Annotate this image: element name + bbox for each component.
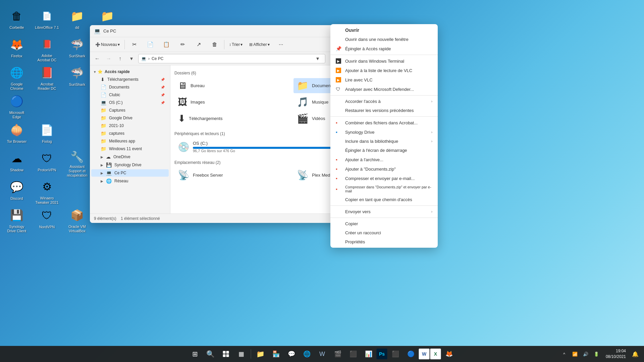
ctx-send-to[interactable]: Envoyer vers › xyxy=(330,207,438,216)
taskbar-store[interactable]: 🏪 xyxy=(269,347,283,361)
nav-item-captures[interactable]: 📁 Captures xyxy=(91,107,169,114)
desktop-icon-fixlog[interactable]: 📄 Fixlog xyxy=(34,121,60,149)
desktop-icon-firefox[interactable]: 🦊 Firefox xyxy=(3,35,30,64)
new-button[interactable]: ➕ Nouveau ▾ xyxy=(93,41,122,48)
tray-wifi[interactable]: 📶 xyxy=(570,349,580,359)
desktop-icon-libreoffice[interactable]: 📄 LibreOffice 7.1 xyxy=(34,7,60,35)
taskbar-charts[interactable]: 📊 xyxy=(361,347,376,361)
tray-battery[interactable]: 🔋 xyxy=(592,349,601,359)
recent-button[interactable]: ▾ xyxy=(127,54,136,63)
path-dropdown-button[interactable]: ▾ xyxy=(313,54,322,63)
nav-item-captures2[interactable]: 📁 captures xyxy=(91,130,169,137)
desktop-icon-discord[interactable]: 💬 Discord xyxy=(3,178,30,206)
ctx-copy[interactable]: Copier xyxy=(330,219,438,228)
taskbar-filmora[interactable]: 🎬 xyxy=(330,347,345,361)
nav-item-windows11[interactable]: 📁 Windows 11 event xyxy=(91,145,169,153)
nav-item-2021[interactable]: 📁 2021-10 xyxy=(91,122,169,129)
folder-telecharements[interactable]: ⬇ Téléchargements xyxy=(174,111,292,126)
nav-item-cepc[interactable]: ▶ 💻 Ce PC xyxy=(91,169,169,177)
nav-item-telecharements[interactable]: ⬇ Téléchargements 📌 xyxy=(91,76,169,83)
folder-bureau[interactable]: 🖥 Bureau xyxy=(174,78,292,93)
forward-button[interactable]: → xyxy=(104,54,113,63)
desktop-icon-dd[interactable]: 📁 dd xyxy=(64,7,91,35)
taskbar-excel[interactable]: X xyxy=(430,349,441,359)
delete-button[interactable]: 🗑 xyxy=(207,40,222,49)
search-button[interactable]: 🔍 xyxy=(203,347,218,361)
nav-item-documents[interactable]: 📄 Documents 📌 xyxy=(91,83,169,91)
desktop-icon-surishark2[interactable]: 🦈 SuriShark xyxy=(64,64,91,92)
taskbar-app2[interactable]: ⬛ xyxy=(388,347,403,361)
nav-item-osc[interactable]: 💻 OS (C:) 📌 xyxy=(91,99,169,106)
ctx-add-archive[interactable]: ▪ Ajouter à l'archive... xyxy=(330,155,438,164)
more-button[interactable]: ··· xyxy=(274,40,288,49)
folder-images[interactable]: 🖼 Images xyxy=(174,95,292,110)
ctx-pin-start[interactable]: Épingler à l'écran de démarrage xyxy=(330,146,438,155)
desktop-icon-virtualbox[interactable]: 📦 Oracle VM VirtualBox xyxy=(64,206,91,235)
desktop-icon-assistant[interactable]: 🔧 Assistant Support et récupération xyxy=(64,149,91,178)
nav-item-meilleures[interactable]: 📁 Meilleures app xyxy=(91,137,169,145)
taskbar-terminal[interactable]: ⬛ xyxy=(346,347,361,361)
ctx-copy-path[interactable]: Copier en tant que chemin d'accès xyxy=(330,195,438,204)
desktop-icon-edge[interactable]: 🔵 Microsoft Edge xyxy=(3,92,30,121)
desktop-icon-synology[interactable]: 💾 Synology Drive Client xyxy=(3,206,30,235)
task-view-button[interactable] xyxy=(219,347,233,361)
desktop-icon-corbeille[interactable]: 🗑 Corbeille xyxy=(3,7,30,35)
taskbar-chat[interactable]: 💬 xyxy=(284,347,299,361)
nav-item-onedrive[interactable]: ▶ ☁ OneDrive xyxy=(91,153,169,161)
ctx-properties[interactable]: Propriétés xyxy=(330,237,438,246)
nav-item-googledrive[interactable]: 📁 Google Drive xyxy=(91,114,169,122)
ctx-open[interactable]: Ouvrir xyxy=(330,25,438,35)
view-button[interactable]: ⊞ Afficher ▾ xyxy=(247,41,272,48)
notification-button[interactable]: 🔔 xyxy=(631,349,640,359)
start-button[interactable]: ⊞ xyxy=(188,347,203,361)
ctx-restore-versions[interactable]: Restaurer les versions précédentes xyxy=(330,106,438,115)
ctx-vlc-playlist[interactable]: ▶ Ajouter à la liste de lecture de VLC xyxy=(330,66,438,75)
ctx-pin-quick[interactable]: 📌 Épingler à Accès rapide xyxy=(330,44,438,53)
ctx-compress-zip-email[interactable]: ▪ Compresser dans "Documents.zip" et env… xyxy=(330,183,438,195)
sort-button[interactable]: ↕ Trier ▾ xyxy=(226,41,245,48)
nav-item-reseau[interactable]: ▶ 🌐 Réseau xyxy=(91,177,169,185)
ctx-library[interactable]: Inclure dans la bibliothèque › xyxy=(330,137,438,146)
desktop-icon-protonvpn[interactable]: 🛡 ProtonVPN xyxy=(34,149,60,178)
quick-access-header[interactable]: ▾ ⭐ Accès rapide xyxy=(90,68,170,75)
rename-button[interactable]: ✏ xyxy=(175,40,190,49)
taskbar-firefox2[interactable]: 🦊 xyxy=(442,347,457,361)
ctx-acrobat[interactable]: ▪ Combiner des fichiers dans Acrobat... xyxy=(330,118,438,127)
taskbar-word[interactable]: W xyxy=(419,349,430,359)
ctx-add-zip[interactable]: ▪ Ajouter à "Documents.zip" xyxy=(330,164,438,174)
ctx-defender[interactable]: 🛡 Analyser avec Microsoft Defender... xyxy=(330,84,438,94)
ctx-compress-email[interactable]: ▪ Compresser et envoyer par e-mail... xyxy=(330,174,438,183)
ctx-open-new-window[interactable]: Ouvrir dans une nouvelle fenêtre xyxy=(330,35,438,44)
tray-chevron[interactable]: ^ xyxy=(559,349,569,359)
desktop-icon-acrobat-reader[interactable]: 📕 Acrobat Reader DC xyxy=(34,64,60,92)
ctx-synology-drive[interactable]: ▪ Synology Drive › xyxy=(330,127,438,137)
desktop-icon-tor[interactable]: 🧅 Tor Browser xyxy=(3,121,30,149)
desktop-icon-chrome[interactable]: 🌐 Google Chrome xyxy=(3,64,30,92)
taskbar-files[interactable]: 📁 xyxy=(253,347,268,361)
taskbar-edge2[interactable]: 🔵 xyxy=(404,347,418,361)
taskbar-app1[interactable]: W xyxy=(315,347,330,361)
address-path[interactable]: 💻 › Ce PC ▾ xyxy=(138,54,325,63)
tray-sound[interactable]: 🔊 xyxy=(581,349,590,359)
desktop-icon-acrobat-dc[interactable]: 📕 Adobe Acrobat DC xyxy=(34,35,60,64)
back-button[interactable]: ← xyxy=(93,54,102,63)
ctx-windows-terminal[interactable]: ▶ Ouvrir dans Windows Terminal xyxy=(330,56,438,66)
share-button[interactable]: ↗ xyxy=(191,40,206,49)
desktop-icon-shadow[interactable]: ☁ Shadow xyxy=(3,149,30,178)
desktop-icon-winaero[interactable]: ⚙ Winaero Tweaker 2021 xyxy=(34,178,60,206)
taskbar-edge[interactable]: 🌐 xyxy=(300,347,314,361)
taskbar-widgets[interactable]: ▦ xyxy=(234,347,249,361)
clock[interactable]: 19:04 08/10/2021 xyxy=(603,348,629,360)
desktop-icon-surishark[interactable]: 🦈 SuriShark xyxy=(64,35,91,64)
ctx-vlc-play[interactable]: ▶ Lire avec VLC xyxy=(330,75,438,84)
paste-button[interactable]: 📋 xyxy=(159,40,174,49)
network-freebox[interactable]: 📡 Freebox Server xyxy=(174,168,292,183)
nav-item-synology[interactable]: ▶ 💾 Synology Drive xyxy=(91,161,169,169)
up-button[interactable]: ↑ xyxy=(115,54,125,63)
nav-item-clubic[interactable]: 📄 Clubic 📌 xyxy=(91,91,169,99)
taskbar-photoshop[interactable]: Ps xyxy=(377,349,387,359)
ctx-grant-access[interactable]: Accorder l'accès à › xyxy=(330,97,438,106)
ctx-create-shortcut[interactable]: Créer un raccourci xyxy=(330,228,438,237)
cut-button[interactable]: ✂ xyxy=(127,40,142,49)
desktop-icon-nordvpn[interactable]: 🛡 NordVPN xyxy=(34,206,60,235)
